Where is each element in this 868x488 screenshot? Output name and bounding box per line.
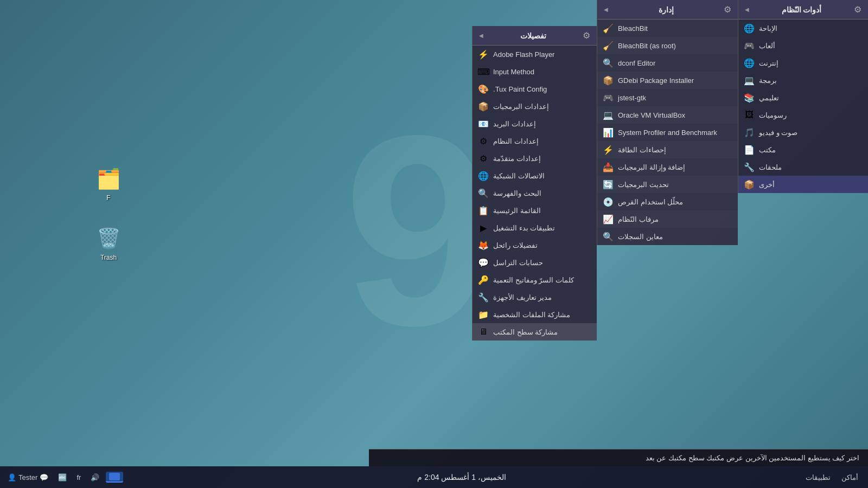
files-icon: 🗂️ <box>95 166 122 192</box>
taskbar-places[interactable]: أماكن <box>838 472 861 483</box>
menu-item-av[interactable]: صوت و فيديو 🎵 <box>738 124 868 141</box>
menu-item-messaging[interactable]: حسابات التراسل 💬 <box>473 254 597 271</box>
menu-item-internet[interactable]: إنترنت 🌐 <box>738 54 868 72</box>
trash-label: Trash <box>100 254 117 261</box>
games-icon: 🎮 <box>744 40 755 51</box>
menu-item-programming[interactable]: برمجة 💻 <box>738 72 868 89</box>
panel-admin-header: ⚙ إدارة ◀ <box>597 0 738 20</box>
menu-item-sysprof[interactable]: System Profiler and Benchmark 📊 <box>597 124 738 141</box>
menu-item-file-sharing[interactable]: مشاركة الملفات الشخصية 📁 <box>473 306 597 323</box>
menu-item-graphics[interactable]: رسوميات 🖼 <box>738 106 868 124</box>
jstest-icon: 🎮 <box>603 92 614 103</box>
taskbar-volume[interactable]: 🔊 <box>87 472 103 483</box>
system-settings-icon: ⚙ <box>478 136 489 146</box>
panel-preferences: ⚙ تفصيلات ◀ Adobe Flash Player ⚡ Input M… <box>472 26 597 341</box>
taskbar-right: تطبيقات أماكن <box>796 472 868 483</box>
desktop-sharing-icon: 🖥 <box>478 326 489 337</box>
menu-item-main-menu[interactable]: القائمة الرئيسية 📋 <box>473 202 597 219</box>
menu-item-tux-paint[interactable]: Tux Paint Config. 🎨 <box>473 80 597 98</box>
menu-item-desktop-sharing[interactable]: مشاركة سطح المكتب 🖥 <box>473 323 597 341</box>
preferences-arrow: ◀ <box>479 33 483 38</box>
tooltip-text: اختر كيف يستطيع المستخدمين الآخرين عرض م… <box>646 454 859 462</box>
menu-item-log-viewer[interactable]: معاين السجلات 🔍 <box>597 228 738 245</box>
menu-item-virtualbox[interactable]: Oracle VM VirtualBox 💻 <box>597 106 738 124</box>
network-icon: 🌐 <box>478 170 489 181</box>
av-icon: 🎵 <box>744 127 755 138</box>
panel-system-tools-header: ⚙ أدوات النّظام ◀ <box>738 0 868 20</box>
menu-item-drivers[interactable]: مدير تعاريف الأجهزة 🔧 <box>473 288 597 306</box>
messaging-icon: 💬 <box>478 257 489 268</box>
trash-icon: 🗑️ <box>95 226 122 252</box>
startup-icon: ▶ <box>478 222 489 233</box>
menu-item-power-stats[interactable]: إحصاءات الطاقة ⚡ <box>597 141 738 158</box>
menu-item-jstest[interactable]: jstest-gtk 🎮 <box>597 89 738 106</box>
menu-item-network[interactable]: الاتصالات الشبكية 🌐 <box>473 167 597 184</box>
chat-icon: 💬 <box>40 473 48 481</box>
menu-item-office[interactable]: مكتب 📄 <box>738 141 868 158</box>
keys-icon: 🔑 <box>478 274 489 285</box>
panel-preferences-header: ⚙ تفصيلات ◀ <box>473 26 597 46</box>
desktop-icon-trash[interactable]: 🗑️ Trash <box>87 222 130 265</box>
file-sharing-icon: 📁 <box>478 309 489 320</box>
menu-item-flash[interactable]: Adobe Flash Player ⚡ <box>473 46 597 63</box>
panel-admin: ⚙ إدارة ◀ BleachBit 🧹 BleachBit (as root… <box>597 0 738 245</box>
system-tools-gear-icon: ⚙ <box>854 4 861 15</box>
menu-item-startup[interactable]: تطبيقات بدء التشغيل ▶ <box>473 219 597 236</box>
menu-item-bleachbit-root[interactable]: BleachBit (as root) 🧹 <box>597 37 738 54</box>
taskbar-user[interactable]: 👤 Tester 💬 <box>4 472 52 483</box>
menu-item-search[interactable]: البحث والفهرسة 🔍 <box>473 184 597 202</box>
system-monitor-icon: 📈 <box>603 214 614 224</box>
menu-item-input-method[interactable]: Input Method ⌨ <box>473 63 597 80</box>
virtualbox-icon: 💻 <box>603 110 614 120</box>
menu-item-mail-settings[interactable]: إعدادات البريد 📧 <box>473 115 597 132</box>
taskbar-datetime: الخميس، 1 أغسطس 2:04 م <box>127 473 796 481</box>
panel-system-tools: ⚙ أدوات النّظام ◀ الإباحة 🌐 ألعاب 🎮 إنتر… <box>738 0 868 193</box>
menu-item-keys[interactable]: كلمات السرّ ومفاتيح التعمية 🔑 <box>473 271 597 288</box>
preferences-title: تفصيلات <box>520 31 546 40</box>
log-viewer-icon: 🔍 <box>603 231 614 242</box>
menu-item-system-monitor[interactable]: مرفاب النّظام 📈 <box>597 210 738 228</box>
disk-usage-icon: 💿 <box>603 196 614 207</box>
menu-item-add-remove[interactable]: إضافة وإزالة البرمجيات 📥 <box>597 158 738 176</box>
menu-item-other[interactable]: أخرى 📦 <box>738 176 868 193</box>
menu-item-advanced-settings[interactable]: إعدادات متقدّمة ⚙ <box>473 150 597 167</box>
educational-icon: 📚 <box>744 92 755 103</box>
menu-item-tprefs[interactable]: تفضيلات رائحل 🦊 <box>473 236 597 254</box>
menu-item-system-settings[interactable]: إعدادات النظام ⚙ <box>473 132 597 150</box>
flash-icon: ⚡ <box>478 49 489 60</box>
taskbar-applications[interactable]: تطبيقات <box>802 472 834 483</box>
taskbar-active-window[interactable] <box>106 472 123 483</box>
programming-icon: 💻 <box>744 75 755 86</box>
other-icon: 📦 <box>744 179 755 190</box>
menu-item-games[interactable]: ألعاب 🎮 <box>738 37 868 54</box>
tooltip-bar: اختر كيف يستطيع المستخدمين الآخرين عرض م… <box>369 449 868 466</box>
taskbar-lang[interactable]: fr <box>73 472 84 483</box>
menu-item-bleachbit[interactable]: BleachBit 🧹 <box>597 20 738 37</box>
bleachbit-root-icon: 🧹 <box>603 40 614 51</box>
system-tools-arrow: ◀ <box>745 7 749 12</box>
graphics-icon: 🖼 <box>744 110 755 120</box>
advanced-settings-icon: ⚙ <box>478 153 489 164</box>
dconf-icon: 🔍 <box>603 57 614 68</box>
preferences-gear-icon: ⚙ <box>583 30 590 41</box>
menu-item-disk-usage[interactable]: محلّل استخدام القرص 💿 <box>597 193 738 210</box>
menu-item-dconf[interactable]: dconf Editor 🔍 <box>597 54 738 72</box>
window-thumbnail <box>109 473 120 480</box>
office-icon: 📄 <box>744 144 755 155</box>
mail-settings-icon: 📧 <box>478 118 489 129</box>
menu-item-educational[interactable]: تعليمي 📚 <box>738 89 868 106</box>
menu-item-software-settings[interactable]: إعدادات البرمجيات 📦 <box>473 98 597 115</box>
menu-item-update[interactable]: تحديث البرمجيات 🔄 <box>597 176 738 193</box>
system-tools-title: أدوات النّظام <box>782 5 822 14</box>
search-icon: 🔍 <box>478 188 489 198</box>
taskbar-lang-switcher[interactable]: 🔤 <box>55 472 70 483</box>
menu-item-accessories[interactable]: ملحقات 🔧 <box>738 158 868 176</box>
admin-title: إدارة <box>659 5 674 14</box>
update-icon: 🔄 <box>603 179 614 190</box>
menu-item-gdebi[interactable]: GDebi Package Installer 📦 <box>597 72 738 89</box>
accessories-icon: 🔧 <box>744 162 755 172</box>
input-method-icon: ⌨ <box>478 66 489 77</box>
desktop-icon-files[interactable]: 🗂️ F <box>87 163 130 205</box>
menu-item-ibaha[interactable]: الإباحة 🌐 <box>738 20 868 37</box>
power-stats-icon: ⚡ <box>603 144 614 155</box>
